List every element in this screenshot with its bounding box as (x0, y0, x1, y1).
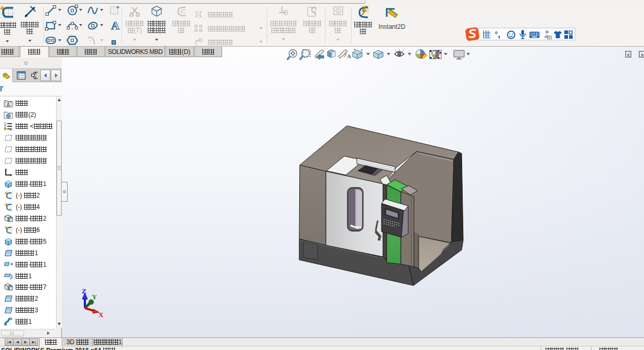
svg-text:A: A (111, 19, 119, 31)
svg-text:A: A (6, 102, 10, 108)
svg-text:Y: Y (92, 293, 97, 301)
svg-text:Z: Z (82, 288, 86, 295)
svg-text:16: 16 (548, 36, 552, 39)
svg-text:X: X (99, 311, 104, 319)
